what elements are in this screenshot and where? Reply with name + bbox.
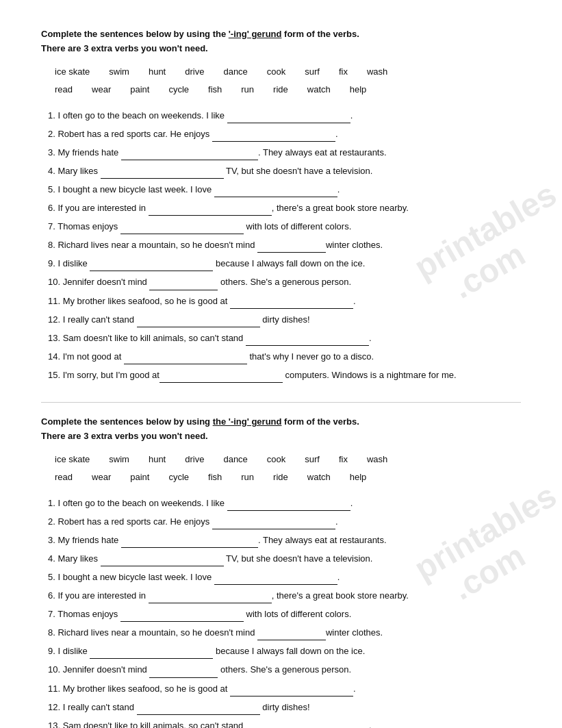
blank-13[interactable] [246, 336, 369, 346]
blank-7[interactable] [120, 225, 244, 234]
verb-hunt: hunt [149, 63, 166, 81]
blank-3[interactable] [121, 151, 258, 160]
verb2-dance: dance [223, 451, 247, 468]
verb-list-1: ice skate swim hunt drive dance cook sur… [55, 63, 521, 99]
blank2-11[interactable] [230, 687, 353, 696]
verb2-fish: fish [208, 468, 222, 486]
sentence-6: 6. If you are interested in , there's a … [48, 201, 521, 216]
verb2-drive: drive [185, 451, 204, 468]
sentence-2: 2. Robert has a red sports car. He enjoy… [48, 127, 521, 142]
blank2-7[interactable] [120, 612, 244, 622]
blank-15[interactable] [159, 373, 283, 383]
verb-row-1: ice skate swim hunt drive dance cook sur… [55, 63, 521, 81]
instruction-text-2: There are 3 extra verbs you won't need. [41, 43, 208, 53]
blank-14[interactable] [124, 355, 247, 364]
blank2-9[interactable] [90, 649, 213, 659]
instruction2-text-2: There are 3 extra verbs you won't need. [41, 431, 208, 441]
verb-cycle: cycle [168, 81, 189, 99]
blank2-3[interactable] [121, 538, 258, 548]
verb-surf: surf [305, 63, 320, 81]
sentence2-12: 12. I really can't stand dirty dishes! [48, 700, 521, 715]
sentence2-11: 11. My brother likes seafood, so he is g… [48, 681, 521, 696]
sentence2-5: 5. I bought a new bicycle last week. I l… [48, 570, 521, 585]
blank2-2[interactable] [212, 520, 335, 529]
verb2-cook: cook [267, 451, 285, 468]
verb2-paint: paint [130, 468, 149, 486]
verb2-fix: fix [339, 451, 348, 468]
verb-paint: paint [130, 81, 149, 99]
verb-dance: dance [223, 63, 247, 81]
sentence2-13: 13. Sam doesn't like to kill animals, so… [48, 718, 521, 728]
verb2-cycle: cycle [168, 468, 189, 486]
blank2-5[interactable] [214, 575, 337, 585]
sentence-1: 1. I often go to the beach on weekends. … [48, 108, 521, 123]
section-1: Complete the sentences below by using th… [41, 27, 521, 383]
section-divider [41, 402, 521, 403]
sentence-11: 11. My brother likes seafood, so he is g… [48, 294, 521, 309]
verb-help: help [350, 81, 367, 99]
instruction2-text-1: Complete the sentences below by using th… [41, 416, 359, 427]
blank-9[interactable] [90, 262, 213, 271]
sentence2-9: 9. I dislike because I always fall down … [48, 644, 521, 659]
verb-wear: wear [92, 81, 111, 99]
sentence-9: 9. I dislike because I always fall down … [48, 256, 521, 271]
verb-wash: wash [367, 63, 387, 81]
verb2-surf: surf [305, 451, 320, 468]
blank2-1[interactable] [227, 501, 350, 511]
blank2-13[interactable] [246, 724, 369, 728]
sentence-14: 14. I'm not good at that's why I never g… [48, 349, 521, 364]
blank-5[interactable] [214, 188, 337, 197]
verb-row-3: ice skate swim hunt drive dance cook sur… [55, 451, 521, 468]
sentence2-1: 1. I often go to the beach on weekends. … [48, 496, 521, 511]
verb2-wash: wash [367, 451, 387, 468]
blank-10[interactable] [149, 281, 218, 290]
sentence-13: 13. Sam doesn't like to kill animals, so… [48, 331, 521, 346]
sentence-12: 12. I really can't stand dirty dishes! [48, 312, 521, 327]
instructions-1: Complete the sentences below by using th… [41, 27, 521, 56]
verb2-ride: ride [273, 468, 288, 486]
blank-6[interactable] [149, 206, 272, 216]
blank2-10[interactable] [149, 668, 218, 678]
sentence2-8: 8. Richard lives near a mountain, so he … [48, 625, 521, 640]
blank2-12[interactable] [137, 705, 260, 715]
blank-2[interactable] [212, 132, 335, 142]
verb-cook: cook [267, 63, 285, 81]
verb-drive: drive [185, 63, 204, 81]
blank2-6[interactable] [149, 594, 272, 603]
sentence2-7: 7. Thomas enjoys with lots of different … [48, 607, 521, 622]
blank-11[interactable] [230, 299, 353, 309]
sentence-10: 10. Jennifer doesn't mind others. She's … [48, 275, 521, 290]
sentence-15: 15. I'm sorry, but I'm good at computers… [48, 368, 521, 383]
verb-iceskate: ice skate [55, 63, 90, 81]
blank-4[interactable] [101, 169, 224, 179]
sentence2-2: 2. Robert has a red sports car. He enjoy… [48, 514, 521, 529]
sentence-list-1: 1. I often go to the beach on weekends. … [48, 108, 521, 383]
verb-run: run [241, 81, 254, 99]
instructions-2: Complete the sentences below by using th… [41, 415, 521, 444]
blank2-4[interactable] [101, 557, 224, 566]
verb2-help: help [350, 468, 367, 486]
verb2-watch: watch [307, 468, 331, 486]
sentence2-10: 10. Jennifer doesn't mind others. She's … [48, 662, 521, 677]
blank2-8[interactable] [257, 631, 326, 640]
verb-swim: swim [109, 63, 129, 81]
sentence-8: 8. Richard lives near a mountain, so he … [48, 238, 521, 253]
verb-row-4: read wear paint cycle fish run ride watc… [55, 468, 521, 486]
blank-12[interactable] [137, 318, 260, 327]
sentence2-3: 3. My friends hate . They always eat at … [48, 533, 521, 548]
verb2-read: read [55, 468, 73, 486]
verb-read: read [55, 81, 73, 99]
blank-8[interactable] [257, 243, 326, 253]
section-2: Complete the sentences below by using th… [41, 415, 521, 728]
sentence-7: 7. Thomas enjoys with lots of different … [48, 219, 521, 234]
instruction-text-1: Complete the sentences below by using th… [41, 29, 359, 39]
verb-row-2: read wear paint cycle fish run ride watc… [55, 81, 521, 99]
verb2-hunt: hunt [149, 451, 166, 468]
sentence2-6: 6. If you are interested in , there's a … [48, 588, 521, 603]
sentence-list-2: 1. I often go to the beach on weekends. … [48, 496, 521, 728]
verb2-run: run [241, 468, 254, 486]
sentence-5: 5. I bought a new bicycle last week. I l… [48, 182, 521, 197]
verb-fish: fish [208, 81, 222, 99]
blank-1[interactable] [227, 114, 350, 123]
verb-watch: watch [307, 81, 331, 99]
